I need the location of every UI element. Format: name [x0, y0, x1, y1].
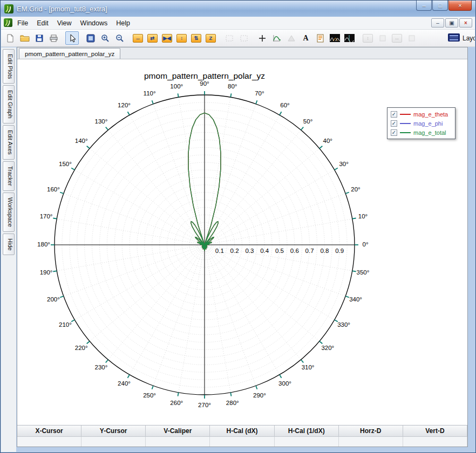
readout-value-6 — [403, 437, 467, 447]
annotations-button[interactable] — [314, 31, 327, 45]
fit-horizontal-view-button: ↔ — [390, 31, 404, 45]
expand-horizontal-button[interactable]: ⇄ — [146, 31, 159, 45]
svg-text:100°: 100° — [170, 83, 183, 90]
menu-windows[interactable]: Windows — [76, 17, 112, 29]
plot-style-2-button[interactable] — [343, 31, 356, 45]
side-tab-edit-plots[interactable]: Edit Plots — [3, 49, 15, 84]
new-file-button[interactable] — [3, 31, 17, 45]
mdi-close-button[interactable]: × — [459, 18, 472, 28]
mdi-restore-button[interactable]: ▣ — [445, 18, 458, 28]
svg-text:0.2: 0.2 — [230, 248, 239, 254]
svg-text:0.3: 0.3 — [245, 248, 254, 254]
zoom-window-button[interactable] — [84, 31, 97, 45]
main-panel: pmom_pattern_pattern_polar_yz 0°10°20°30… — [17, 47, 468, 447]
svg-text:40°: 40° — [323, 138, 332, 144]
pointer-tool-icon — [68, 34, 77, 43]
svg-text:130°: 130° — [95, 118, 108, 125]
save-file-button[interactable] — [32, 31, 46, 45]
svg-text:50°: 50° — [303, 118, 312, 125]
side-tab-hide[interactable]: Hide — [3, 234, 15, 256]
menu-edit[interactable]: Edit — [32, 17, 53, 29]
svg-text:240°: 240° — [118, 380, 131, 387]
fit-horizontal-view-icon: ↔ — [392, 34, 402, 43]
svg-text:80°: 80° — [228, 83, 237, 90]
zoom-in-icon — [101, 34, 110, 43]
layout-button[interactable]: Layout — [448, 33, 475, 43]
svg-text:0.5: 0.5 — [275, 248, 284, 254]
side-tab-edit-graph[interactable]: Edit Graph — [3, 85, 15, 123]
plot-area[interactable]: 0°10°20°30°40°50°60°70°80°90°100°110°120… — [17, 59, 467, 425]
fit-vertical-view-icon: ↕ — [363, 34, 373, 43]
autoscale-button[interactable]: Z — [204, 31, 217, 45]
layout-label: Layout — [463, 35, 475, 42]
legend-line-sample — [400, 114, 411, 115]
legend-label: mag_e_theta — [413, 111, 448, 118]
app-window: EM.Grid - [pmom_tut8_extra] –□× FileEdit… — [0, 0, 476, 453]
pointer-tool-button[interactable] — [65, 31, 79, 45]
save-file-icon — [35, 34, 44, 43]
legend-item-mag_e_phi[interactable]: ✓mag_e_phi — [387, 119, 455, 128]
side-tab-edit-axes[interactable]: Edit Axes — [3, 125, 15, 160]
svg-text:290°: 290° — [253, 392, 266, 399]
side-tab-workspace[interactable]: Workspace — [3, 193, 15, 232]
svg-text:340°: 340° — [349, 296, 362, 303]
svg-text:260°: 260° — [170, 400, 183, 406]
readout-value-1 — [81, 437, 146, 447]
legend-checkbox-mag_e_phi[interactable]: ✓ — [391, 120, 397, 127]
legend-checkbox-mag_e_theta[interactable]: ✓ — [391, 111, 397, 118]
shrink-horizontal-button[interactable]: ▶◀ — [160, 31, 174, 45]
legend-item-mag_e_total[interactable]: ✓mag_e_total — [387, 128, 455, 137]
menu-help[interactable]: Help — [112, 17, 134, 29]
readout-header-x-cursor: X-Cursor — [17, 425, 81, 437]
window-title: EM.Grid - [pmom_tut8_extra] — [17, 5, 107, 13]
mdi-minimize-button[interactable]: – — [431, 18, 444, 28]
zoom-in-button[interactable] — [98, 31, 112, 45]
print-button[interactable] — [47, 31, 60, 45]
edit-curve-button[interactable] — [270, 31, 283, 45]
svg-text:0°: 0° — [363, 241, 369, 248]
shrink-horizontal-icon: ▶◀ — [162, 34, 172, 43]
legend: ✓mag_e_theta✓mag_e_phi✓mag_e_total — [387, 107, 455, 139]
svg-text:20°: 20° — [351, 186, 360, 193]
menubar-items: FileEditViewWindowsHelp — [13, 17, 134, 29]
open-file-button[interactable] — [18, 31, 31, 45]
maximize-button[interactable]: □ — [432, 1, 448, 11]
legend-label: mag_e_phi — [413, 120, 443, 127]
h-spacer-box-button — [405, 31, 418, 45]
fit-width-button[interactable]: ↔ — [131, 31, 145, 45]
fit-height-button[interactable]: ↕ — [175, 31, 188, 45]
svg-text:330°: 330° — [337, 321, 350, 328]
select-region-alt-button — [237, 31, 250, 45]
crosshair-icon — [258, 34, 267, 43]
svg-text:310°: 310° — [302, 364, 315, 370]
cursor-readout-bar: X-CursorY-CursorV-CaliperH-Cal (dX)H-Cal… — [17, 425, 467, 447]
menu-view[interactable]: View — [53, 17, 76, 29]
side-tab-tracker[interactable]: Tracker — [3, 161, 15, 191]
readout-value-3 — [210, 437, 274, 447]
minimize-button[interactable]: – — [416, 1, 432, 11]
expand-vertical-button[interactable]: ⇅ — [189, 31, 203, 45]
plot-style-1-icon — [330, 34, 340, 42]
legend-item-mag_e_theta[interactable]: ✓mag_e_theta — [387, 109, 455, 119]
svg-text:300°: 300° — [278, 380, 291, 387]
legend-checkbox-mag_e_total[interactable]: ✓ — [391, 129, 397, 136]
crosshair-button[interactable] — [255, 31, 269, 45]
readout-header-y-cursor: Y-Cursor — [81, 425, 146, 437]
menu-file[interactable]: File — [13, 17, 32, 29]
side-tab-strip: Edit PlotsEdit GraphEdit AxesTrackerWork… — [1, 47, 16, 452]
add-text-button[interactable]: A — [299, 31, 312, 45]
svg-text:220°: 220° — [75, 345, 88, 351]
tab-pmom-pattern-pattern-polar-yz[interactable]: pmom_pattern_pattern_polar_yz — [19, 48, 120, 59]
caption-buttons: –□× — [416, 1, 472, 11]
fit-height-icon: ↕ — [176, 34, 187, 43]
expand-vertical-icon: ⇅ — [191, 34, 201, 43]
zoom-out-button[interactable] — [113, 31, 126, 45]
menubar: FileEditViewWindowsHelp –▣× — [1, 17, 475, 30]
titlebar[interactable]: EM.Grid - [pmom_tut8_extra] –□× — [1, 1, 475, 17]
marker-icon — [287, 34, 296, 43]
plot-style-1-button[interactable] — [328, 31, 342, 45]
app-icon — [4, 4, 13, 13]
edit-curve-icon — [272, 34, 281, 43]
close-button[interactable]: × — [448, 1, 472, 11]
plot-style-2-icon — [344, 34, 355, 42]
